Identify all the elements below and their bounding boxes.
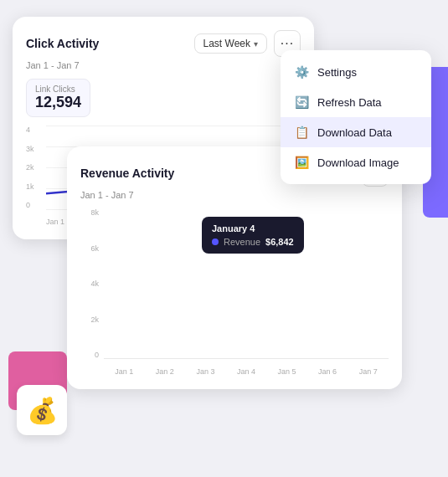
click-card-subtitle: Jan 1 - Jan 7 <box>26 60 301 70</box>
tooltip-label: Revenue <box>224 237 260 247</box>
tooltip-value: $6,842 <box>265 237 294 247</box>
bar-y-axis: 8k 6k 4k 2k 0 <box>80 208 99 359</box>
metric-value: 12,594 <box>35 94 81 111</box>
tooltip-date: January 4 <box>212 223 294 233</box>
menu-item-settings-label: Settings <box>317 66 357 79</box>
download-data-icon: 📋 <box>294 125 309 140</box>
tooltip-row: Revenue $6,842 <box>212 237 294 247</box>
metric-label: Link Clicks <box>35 85 81 94</box>
menu-item-download-data-label: Download Data <box>317 126 392 139</box>
refresh-icon: 🔄 <box>294 95 309 110</box>
bar-x-axis: Jan 1 Jan 2 Jan 3 Jan 4 Jan 5 Jan 6 Jan … <box>104 367 389 376</box>
grid-line <box>46 126 301 126</box>
menu-item-download-image-label: Download Image <box>317 156 399 169</box>
menu-item-download-image[interactable]: 🖼️ Download Image <box>281 147 431 177</box>
settings-icon: ⚙️ <box>294 64 309 80</box>
tooltip-dot <box>212 238 219 245</box>
menu-item-refresh[interactable]: 🔄 Refresh Data <box>281 87 431 117</box>
money-icon: 💰 <box>27 396 58 425</box>
context-menu: ⚙️ Settings 🔄 Refresh Data 📋 Download Da… <box>281 50 431 184</box>
y-axis: 4 3k 2k 1k 0 <box>26 126 43 209</box>
chevron-down-icon: ▾ <box>254 39 258 49</box>
menu-item-download-data[interactable]: 📋 Download Data <box>281 117 431 147</box>
bar-chart: January 4 Revenue $6,842 8k 6k 4k 2k 0 <box>80 208 389 376</box>
link-clicks-metric: Link Clicks 12,594 <box>26 79 90 117</box>
click-period-dropdown[interactable]: Last Week ▾ <box>194 33 267 54</box>
click-card-title: Click Activity <box>26 37 99 50</box>
revenue-card-title: Revenue Activity <box>80 167 174 180</box>
revenue-card-subtitle: Jan 1 - Jan 7 <box>80 190 389 200</box>
icon-card: 💰 <box>17 385 67 435</box>
download-image-icon: 🖼️ <box>294 155 309 170</box>
menu-item-refresh-label: Refresh Data <box>317 96 382 109</box>
chart-tooltip: January 4 Revenue $6,842 <box>202 217 304 254</box>
menu-item-settings[interactable]: ⚙️ Settings <box>281 57 431 87</box>
